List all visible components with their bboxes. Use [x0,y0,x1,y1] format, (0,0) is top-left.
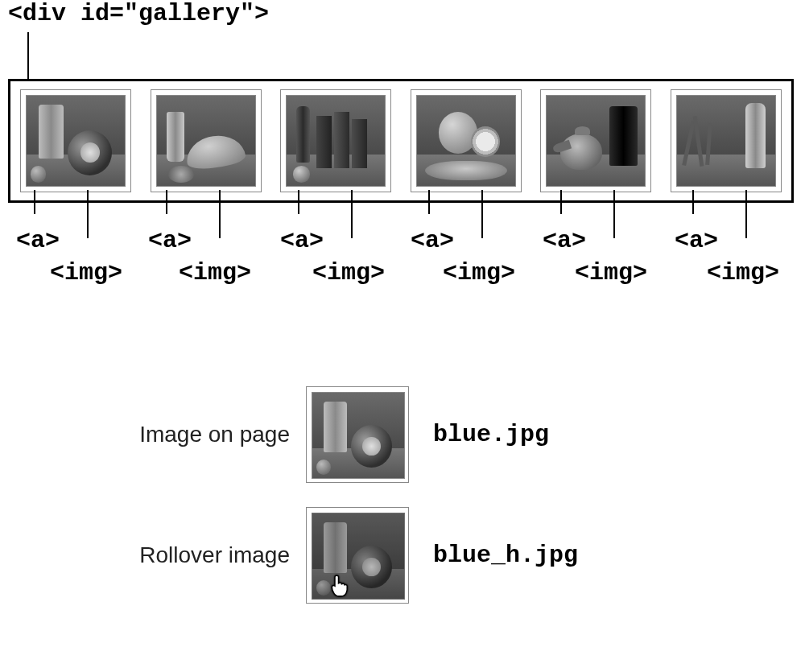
explain-filename-normal: blue.jpg [433,421,549,448]
thumbnail-link[interactable] [20,89,131,192]
explain-filename-rollover: blue_h.jpg [433,542,578,569]
a-tag-label: <a> [411,227,454,254]
thumbnail-image [546,95,646,187]
explain-thumb-rollover [306,507,409,604]
leader-line [27,32,29,80]
thumbnail-link[interactable] [151,89,262,192]
gallery-container [8,79,794,203]
thumbnail-link[interactable] [411,89,522,192]
hand-cursor-icon [329,574,350,598]
thumbnail-link[interactable] [540,89,651,192]
thumbnail-link[interactable] [671,89,782,192]
thumbnail-image [156,95,256,187]
explain-row-normal: Image on page blue.jpg [105,386,700,483]
img-tag-label: <img> [575,259,647,287]
explain-label-normal: Image on page [105,422,290,447]
thumbnail-image [286,95,386,187]
a-tag-label: <a> [16,227,60,254]
diagram-root: <div id="gallery"> [0,0,805,672]
img-tag-label: <img> [50,259,122,287]
a-tag-label: <a> [280,227,324,254]
explain-row-rollover: Rollover image blue_h.jpg [105,507,700,604]
img-tag-label: <img> [179,259,251,287]
img-tag-label: <img> [443,259,515,287]
thumbnail-link[interactable] [280,89,391,192]
gallery-div-code-label: <div id="gallery"> [8,0,269,27]
a-tag-label: <a> [148,227,192,254]
explain-label-rollover: Rollover image [105,542,290,568]
thumbnail-image [676,95,776,187]
img-tag-label: <img> [312,259,385,287]
a-tag-label: <a> [543,227,586,254]
img-tag-label: <img> [707,259,779,287]
a-tag-label: <a> [675,227,718,254]
thumbnail-image [26,95,126,187]
explain-thumb-normal [306,386,409,483]
thumbnail-image [416,95,516,187]
rollover-explain-block: Image on page blue.jpg Rollover image [105,386,700,628]
